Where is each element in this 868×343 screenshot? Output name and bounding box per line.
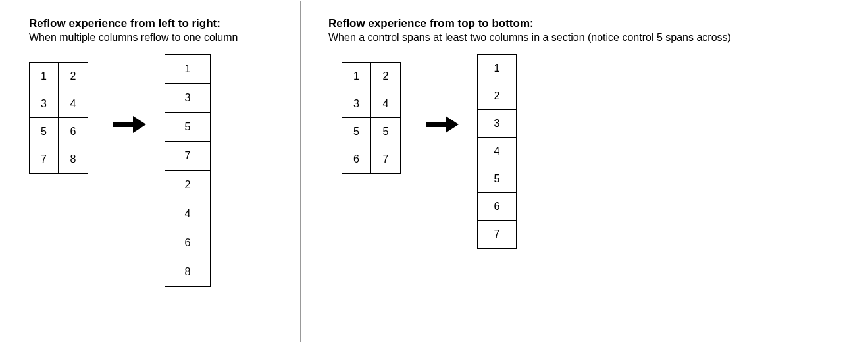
grid-cell: 3 [30,90,59,118]
diagram-frame: Reflow experience from left to right: Wh… [1,1,867,342]
grid-cell: 2 [371,63,400,90]
grid-cell: 5 [30,118,59,145]
grid-cell: 5 [342,118,371,145]
left-panel: Reflow experience from left to right: Wh… [1,1,301,342]
list-cell: 4 [165,199,210,228]
list-cell: 1 [165,55,210,84]
grid-cell: 4 [59,90,88,118]
grid-cell: 8 [59,145,88,173]
grid-cell: 7 [30,145,59,173]
right-result-list: 1 2 3 4 5 6 7 [477,54,517,249]
left-result-list: 1 3 5 7 2 4 6 8 [165,54,211,287]
grid-cell: 5 [371,118,400,145]
right-source-grid: 1 2 3 4 5 5 6 7 [342,62,401,174]
grid-cell: 6 [342,145,371,173]
right-panel: Reflow experience from top to bottom: Wh… [301,1,867,342]
list-cell: 3 [165,84,210,113]
list-cell: 2 [478,82,516,110]
grid-cell: 3 [342,90,371,118]
list-cell: 3 [478,110,516,138]
grid-cell: 6 [59,118,88,145]
list-cell: 1 [478,55,516,82]
list-cell: 8 [165,257,210,286]
left-source-grid: 1 2 3 4 5 6 7 8 [29,62,88,174]
list-cell: 5 [165,113,210,142]
left-subtitle: When multiple columns reflow to one colu… [29,32,282,43]
grid-cell: 4 [371,90,400,118]
right-row: 1 2 3 4 5 5 6 7 1 2 3 4 5 6 7 [328,62,848,249]
grid-cell: 2 [59,63,88,90]
list-cell: 7 [478,221,516,248]
list-cell: 2 [165,171,210,199]
grid-cell: 1 [342,63,371,90]
list-cell: 6 [478,193,516,221]
list-cell: 5 [478,165,516,193]
right-title: Reflow experience from top to bottom: [328,17,848,30]
list-cell: 6 [165,228,210,257]
list-cell: 7 [165,142,210,171]
list-cell: 4 [478,138,516,165]
left-title: Reflow experience from left to right: [29,17,282,30]
grid-cell: 1 [30,63,59,90]
grid-cell: 7 [371,145,400,173]
right-arrow-icon [426,119,460,130]
left-row: 1 2 3 4 5 6 7 8 1 3 5 7 2 4 6 8 [29,62,282,287]
right-subtitle: When a control spans at least two column… [328,32,848,43]
right-arrow-icon [113,119,147,130]
